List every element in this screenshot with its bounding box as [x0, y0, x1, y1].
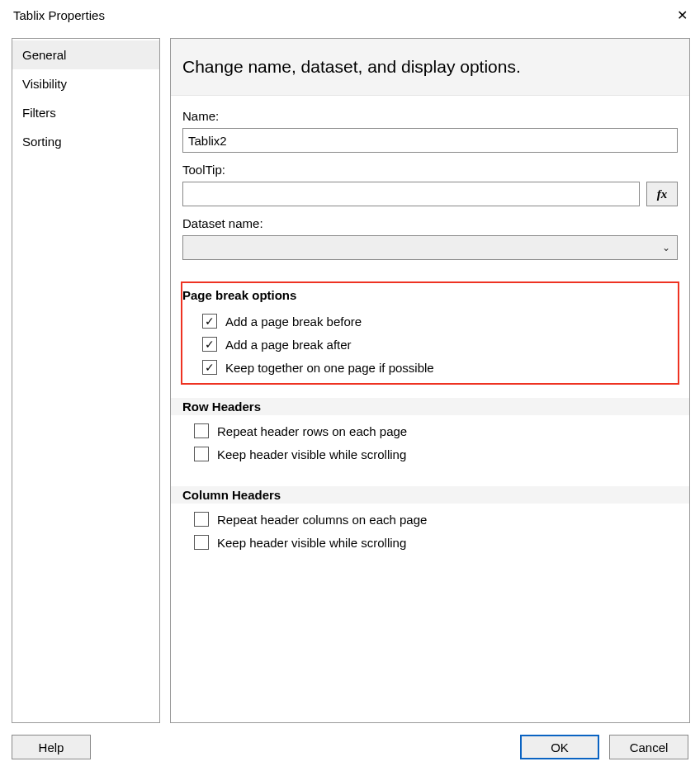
sidebar-item-filters[interactable]: Filters: [12, 98, 159, 127]
checkbox-label: Repeat header rows on each page: [217, 424, 407, 438]
checkbox-row[interactable]: Keep header visible while scrolling: [194, 535, 678, 550]
titlebar: Tablix Properties ✕: [0, 0, 700, 30]
section-page-break: Page break options: [182, 288, 678, 305]
checkbox-row[interactable]: Repeat header columns on each page: [194, 512, 678, 527]
checkbox-row[interactable]: Keep header visible while scrolling: [194, 447, 678, 461]
checkbox-row[interactable]: Add a page break after: [202, 337, 669, 352]
checkbox-label: Repeat header columns on each page: [217, 513, 427, 527]
section-row-headers: Row Headers: [171, 398, 689, 415]
fx-icon: fx: [657, 187, 668, 201]
chevron-down-icon: ⌄: [662, 242, 670, 253]
sidebar-item-visibility[interactable]: Visibility: [12, 69, 159, 98]
help-button[interactable]: Help: [12, 735, 91, 759]
main-panel: Change name, dataset, and display option…: [170, 38, 690, 723]
ok-button[interactable]: OK: [520, 735, 599, 759]
name-input[interactable]: [182, 128, 678, 153]
window-title: Tablix Properties: [13, 8, 105, 22]
checkbox-label: Keep header visible while scrolling: [217, 536, 406, 550]
name-label: Name:: [182, 109, 678, 123]
sidebar-item-general[interactable]: General: [12, 40, 159, 69]
checkbox-keep-row-header-visible[interactable]: [194, 447, 209, 461]
checkbox-page-break-after[interactable]: [202, 337, 217, 352]
sidebar-item-sorting[interactable]: Sorting: [12, 127, 159, 156]
tooltip-label: ToolTip:: [182, 163, 678, 177]
checkbox-label: Add a page break before: [225, 315, 362, 329]
dataset-label: Dataset name:: [182, 216, 678, 230]
checkbox-row[interactable]: Keep together on one page if possible: [202, 360, 669, 375]
section-column-headers: Column Headers: [171, 486, 689, 504]
checkbox-row[interactable]: Repeat header rows on each page: [194, 423, 678, 438]
checkbox-keep-together[interactable]: [202, 360, 217, 375]
tooltip-input[interactable]: [182, 182, 640, 206]
checkbox-repeat-header-rows[interactable]: [194, 423, 209, 438]
checkbox-label: Keep header visible while scrolling: [217, 447, 406, 461]
checkbox-label: Keep together on one page if possible: [225, 361, 434, 375]
highlight-box: Page break options Add a page break befo…: [181, 281, 679, 385]
checkbox-repeat-header-columns[interactable]: [194, 512, 209, 527]
sidebar: General Visibility Filters Sorting: [12, 38, 160, 723]
checkbox-row[interactable]: Add a page break before: [202, 314, 669, 329]
checkbox-page-break-before[interactable]: [202, 314, 217, 329]
checkbox-keep-col-header-visible[interactable]: [194, 535, 209, 550]
close-icon[interactable]: ✕: [674, 7, 690, 23]
page-title: Change name, dataset, and display option…: [171, 39, 689, 96]
checkbox-label: Add a page break after: [225, 338, 352, 352]
fx-button[interactable]: fx: [646, 182, 678, 206]
footer: Help OK Cancel: [0, 731, 700, 771]
dataset-select[interactable]: ⌄: [182, 235, 678, 260]
cancel-button[interactable]: Cancel: [609, 735, 688, 759]
